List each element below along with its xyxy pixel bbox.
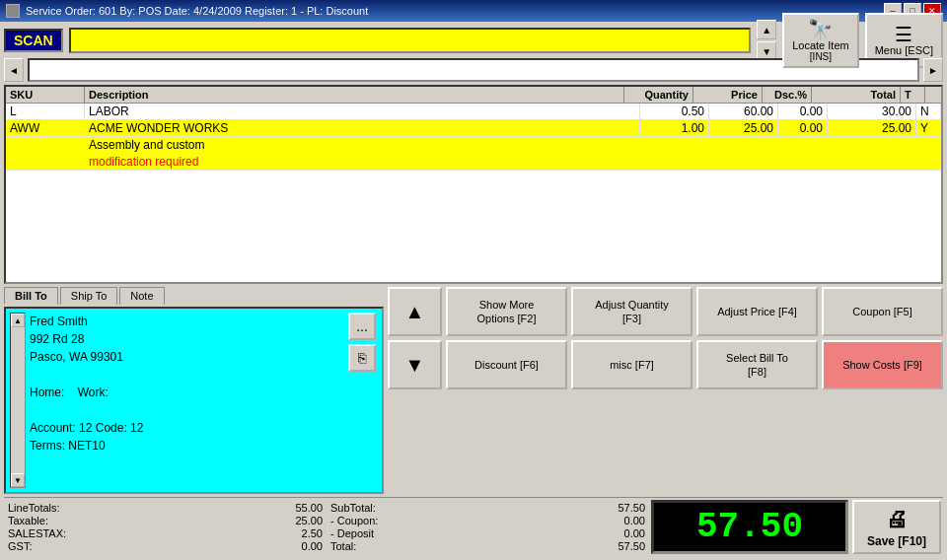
adjust-qty-button[interactable]: Adjust Quantity [F3] [571,287,692,336]
subtotal-value: 57.50 [502,502,645,514]
tab-bill-to[interactable]: Bill To [4,287,58,305]
window-title: Service Order: 601 By: POS Date: 4/24/20… [26,5,368,17]
header-qty: Quantity [624,87,693,103]
deposit-value: 0.00 [502,527,645,539]
salestax-value: 2.50 [184,527,323,539]
bill-info-text: Fred Smith 992 Rd 28 Pasco, WA 99301 Hom… [30,313,344,488]
select-bill-line2: [F8] [726,365,788,379]
scroll-thumb [11,327,25,473]
table-row[interactable]: L LABOR 0.50 60.00 0.00 30.00 N [6,104,941,120]
totals-left: LineTotals: 55.00 Taxable: 25.00 SALESTA… [6,500,325,554]
total-label: Total: [330,540,494,552]
locate-item-label-line1: Locate Item [792,39,848,51]
totals-right: SubTotal: 57.50 - Coupon: 0.00 - Deposit… [328,500,647,554]
show-more-line2: Options [F2] [477,312,537,325]
cell-sku: AWW [6,120,85,136]
subtotal-label: SubTotal: [330,502,494,514]
header-sku: SKU [6,87,85,103]
note-row-1: Assembly and custom [6,137,941,154]
coupon-label: Coupon [F5] [852,305,912,318]
dots-button[interactable]: ... [348,313,376,340]
header-t: T [901,87,925,103]
total-value: 57.50 [502,540,645,552]
show-more-button[interactable]: Show More Options [F2] [446,287,567,336]
display-amount: 57.50 [696,507,803,547]
gst-value: 0.00 [184,540,323,552]
bill-work: Work: [78,385,109,399]
bill-name: Fred Smith [30,313,344,330]
header-price: Price [693,87,763,103]
scroll-up-button[interactable]: ▲ [388,287,442,336]
adjust-qty-line1: Adjust Quantity [595,298,669,312]
salestax-label: SALESTAX: [8,527,177,539]
cell-desc: ACME WONDER WORKS [85,120,640,136]
action-panel: ▲ Show More Options [F2] Adjust Quantity… [388,287,943,494]
misc-label: misc [F7] [610,358,654,372]
show-costs-button[interactable]: Show Costs [F9] [822,340,943,389]
items-table: SKU Description Quantity Price Dsc.% Tot… [4,85,943,284]
prev-arrow[interactable]: ◄ [4,58,24,82]
note-text-2: modification required [89,155,937,169]
next-arrow[interactable]: ► [923,58,943,82]
action-row-top: ▲ Show More Options [F2] Adjust Quantity… [388,287,943,336]
show-more-line1: Show More [477,298,537,312]
bill-address2: Pasco, WA 99301 [30,348,344,366]
cell-dsc: 0.00 [778,104,828,119]
cell-price: 25.00 [709,120,778,136]
totals-bar: LineTotals: 55.00 Taxable: 25.00 SALESTA… [4,497,943,556]
tabs-row: Bill To Ship To Note [4,287,384,305]
locate-item-icon: 🔭 [808,20,833,39]
cell-desc: LABOR [85,104,640,119]
bill-side-buttons: ... ⎘ [348,313,378,488]
save-icon: 🖨 [886,507,908,532]
cell-t: N [916,104,941,119]
scan-label: SCAN [4,29,63,52]
cell-total: 30.00 [828,104,916,119]
scroll-header [925,87,941,103]
copy-button[interactable]: ⎘ [348,344,376,372]
bill-scroll-down[interactable]: ▼ [11,473,25,487]
bottom-section: Bill To Ship To Note ▲ ▼ Fred Smith 992 … [4,287,943,494]
taxable-label: Taxable: [8,515,177,526]
nav-arrows: ▲ ▼ [757,20,776,61]
adjust-price-button[interactable]: Adjust Price [F4] [696,287,818,336]
locate-item-button[interactable]: 🔭 Locate Item [INS] [782,13,858,68]
bill-home: Home: [30,385,64,399]
gst-label: GST: [8,540,177,552]
table-header: SKU Description Quantity Price Dsc.% Tot… [6,87,941,104]
tab-note[interactable]: Note [119,287,164,305]
action-row-bottom: ▼ Discount [F6] misc [F7] Select Bill To… [388,340,943,389]
tab-ship-to[interactable]: Ship To [60,287,118,305]
scroll-down-button[interactable]: ▼ [388,340,442,389]
coupon-button[interactable]: Coupon [F5] [822,287,943,336]
header-desc: Description [85,87,624,103]
save-button[interactable]: 🖨 Save [F10] [852,500,941,554]
note-text-1: Assembly and custom [89,138,937,152]
bill-scroll-up[interactable]: ▲ [11,314,25,327]
bill-account: Account: 12 Code: 12 [30,419,344,437]
table-row[interactable]: AWW ACME WONDER WORKS 1.00 25.00 0.00 25… [6,120,941,137]
total-display: 57.50 [651,500,848,554]
select-bill-line1: Select Bill To [726,351,788,365]
discount-button[interactable]: Discount [F6] [446,340,567,389]
app-icon [6,4,20,18]
line-totals-value: 55.00 [184,502,323,514]
bill-empty1 [30,366,344,384]
main-container: SCAN ▲ ▼ 🔭 Locate Item [INS] ☰ Menu [ESC… [0,22,947,560]
scan-input[interactable] [69,28,752,53]
misc-button[interactable]: misc [F7] [571,340,692,389]
bill-panel: Bill To Ship To Note ▲ ▼ Fred Smith 992 … [4,287,384,494]
cell-t: Y [916,120,941,136]
deposit-label: - Deposit [330,527,494,539]
select-bill-button[interactable]: Select Bill To [F8] [696,340,818,389]
line-totals-label: LineTotals: [8,502,177,514]
locate-item-label-line2: [INS] [810,51,832,62]
bill-address1: 992 Rd 28 [30,330,344,348]
table-body: L LABOR 0.50 60.00 0.00 30.00 N AWW ACME… [6,104,941,282]
cell-sku: L [6,104,85,119]
bill-contact: Home: Work: [30,384,344,401]
cell-total: 25.00 [828,120,916,136]
cell-price: 60.00 [709,104,778,119]
scroll-up-arrow[interactable]: ▲ [757,20,776,39]
cell-dsc: 0.00 [778,120,828,136]
